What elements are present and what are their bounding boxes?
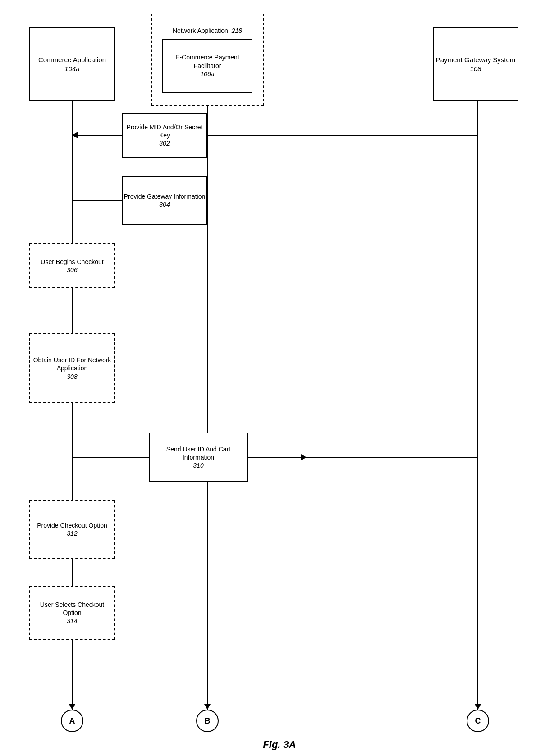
ecommerce-facilitator-box: E-Commerce Payment Facilitator 106a <box>162 39 252 93</box>
step-312-label: Provide Checkout Option <box>37 521 107 529</box>
step-302-box: Provide MID And/Or Secret Key 302 <box>122 113 207 158</box>
step-302-label: Provide MID And/Or Secret Key <box>123 123 206 139</box>
step-314-box: User Selects Checkout Option 314 <box>29 586 115 640</box>
step-308-label: Obtain User ID For Network Application <box>30 356 114 372</box>
connector-a: A <box>61 710 83 732</box>
payment-gateway-label: Payment Gateway System <box>436 55 516 64</box>
connector-a-label: A <box>69 716 75 726</box>
ecommerce-sublabel: 106a <box>200 70 214 78</box>
payment-gateway-sublabel: 108 <box>470 64 481 73</box>
svg-marker-12 <box>204 704 211 710</box>
network-app-label: Network Application 218 <box>173 27 242 35</box>
commerce-app-box: Commerce Application 104a <box>29 27 115 101</box>
step-312-number: 312 <box>67 529 77 537</box>
step-304-label: Provide Gateway Information <box>124 192 206 200</box>
step-308-box: Obtain User ID For Network Application 3… <box>29 333 115 403</box>
diagram-container: Commerce Application 104a Network Applic… <box>0 0 559 756</box>
ecommerce-label: E-Commerce Payment Facilitator <box>163 53 252 69</box>
step-312-box: Provide Checkout Option 312 <box>29 500 115 559</box>
step-306-number: 306 <box>67 266 77 274</box>
step-310-number: 310 <box>193 461 203 469</box>
svg-marker-13 <box>475 704 481 710</box>
step-306-label: User Begins Checkout <box>41 258 103 266</box>
figure-label: Fig. 3A <box>263 739 296 747</box>
step-302-number: 302 <box>159 139 170 147</box>
step-314-number: 314 <box>67 617 77 625</box>
step-304-box: Provide Gateway Information 304 <box>122 176 207 225</box>
step-314-label: User Selects Checkout Option <box>30 601 114 617</box>
svg-marker-11 <box>69 704 75 710</box>
connector-b-label: B <box>205 716 211 726</box>
step-310-box: Send User ID And Cart Information 310 <box>149 433 248 482</box>
network-app-outer-box: Network Application 218 E-Commerce Payme… <box>151 14 264 106</box>
svg-marker-5 <box>72 132 78 138</box>
payment-gateway-box: Payment Gateway System 108 <box>433 27 518 101</box>
step-308-number: 308 <box>67 373 77 381</box>
connector-b: B <box>196 710 219 732</box>
commerce-app-sublabel: 104a <box>64 64 79 73</box>
commerce-app-label: Commerce Application <box>38 55 106 64</box>
connector-c-label: C <box>475 716 481 726</box>
step-306-box: User Begins Checkout 306 <box>29 243 115 288</box>
connector-c: C <box>467 710 489 732</box>
svg-marker-10 <box>301 454 307 460</box>
step-304-number: 304 <box>159 200 170 209</box>
step-310-label: Send User ID And Cart Information <box>150 445 247 461</box>
